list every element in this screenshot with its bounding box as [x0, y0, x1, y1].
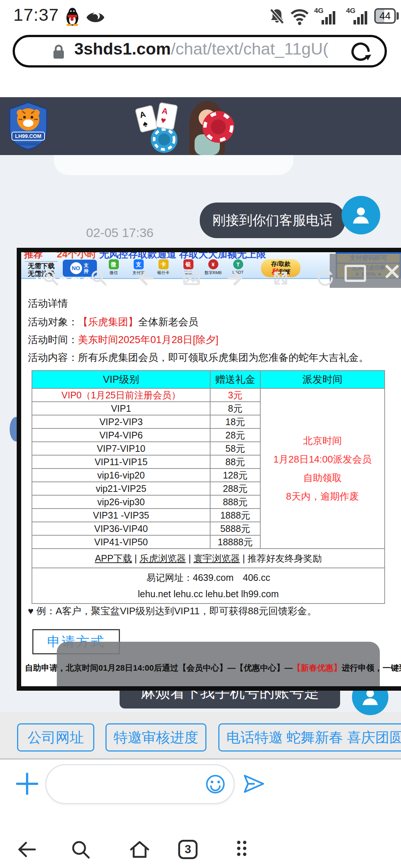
promo-details-title: 活动详情 [28, 297, 68, 310]
eye-icon [85, 10, 105, 25]
red-chip-graphic [201, 110, 235, 144]
previous-bubble-remnant [54, 155, 293, 175]
qq-icon [64, 7, 81, 26]
svg-text:4G: 4G [314, 7, 323, 14]
table-header-row: VIP级别 赠送礼金 派发时间 [32, 371, 385, 388]
image-viewer-overlay[interactable]: 推荐 24个小时 无风控存取款通道 存取大大加额无上限 无需下载无需注册 NO … [17, 248, 401, 691]
home-icon[interactable] [128, 838, 151, 861]
lehu-browser-link[interactable]: 乐虎浏览器 [140, 553, 186, 563]
wechat-pay-icon: 微 [109, 259, 119, 269]
next-arrow-icon[interactable] [225, 268, 246, 289]
url-text[interactable]: 3shds1.com/chat/text/chat_11gU( [74, 39, 345, 59]
bell-muted-icon [268, 7, 286, 25]
easy-url-line-2: lehu.net lehu.cc lehu.bet lh99.com [32, 586, 384, 602]
promo-content-line: 活动内容：所有乐虎集团会员，即可领取乐虎集团为您准备的蛇年大吉礼金。 [28, 351, 369, 364]
lock-icon [51, 43, 66, 60]
promo-tag: 推荐 [24, 252, 43, 260]
tab-count: 3 [185, 843, 191, 856]
prev-arrow-icon[interactable] [135, 268, 156, 289]
outgoing-message-bubble: 刚接到你们客服电话 [200, 203, 345, 238]
promo-time-line: 活动时间：美东时间2025年01月28日[除夕] [28, 333, 218, 346]
clock: 17:37 [13, 4, 59, 25]
table-row: VIP0（1月25日前注册会员）3元 北京时间 1月28日14:00派发会员 自… [32, 388, 385, 402]
battery-icon: 44 [374, 8, 396, 24]
fullscreen-icon[interactable] [270, 268, 291, 289]
rotate-icon[interactable] [315, 268, 336, 289]
signal-4g-icon: 4G [314, 7, 338, 24]
maximize-icon[interactable] [345, 265, 366, 282]
referral-link[interactable]: 推荐好友终身奖励 [248, 553, 322, 563]
self-apply-note: 自助申请，北京时间01月28日14:00后通过【会员中心】—【优惠中心】—【新春… [25, 662, 401, 674]
links-row: APP下载 | 乐虎浏览器 | 寰宇浏览器 | 推荐好友终身奖励 [32, 549, 385, 568]
svg-text:4G: 4G [346, 7, 355, 14]
zoom-in-icon[interactable] [40, 268, 61, 289]
signal-4g-icon: 4G [346, 7, 370, 24]
menu-dots-icon[interactable] [230, 838, 254, 861]
refresh-icon[interactable] [348, 39, 373, 64]
payout-time-cell: 北京时间 1月28日14:00派发会员 自助领取 8天内，逾期作废 [260, 388, 385, 549]
user-avatar [342, 196, 380, 234]
casino-ad-banner[interactable]: LH99.COM 乐虎集团 LH99.COM A ♠ A ♥ [0, 97, 401, 155]
person-icon [350, 204, 372, 226]
battery-percent: 44 [376, 10, 394, 22]
easy-urls-row: 易记网址：4639.com 406.cc lehu.net lehu.cc le… [32, 568, 385, 604]
bank-card-icon: 卡 [159, 259, 169, 269]
payment-method: ¥数字RMB [202, 259, 224, 276]
zoom-out-icon[interactable] [88, 268, 109, 289]
example-line: ♥ 例：A客户，聚宝盆VIP级别达到VIP11，即可获得88元回馈彩金。 [28, 605, 317, 618]
back-icon[interactable] [15, 838, 39, 861]
vip-gift-table: VIP级别 赠送礼金 派发时间 VIP0（1月25日前注册会员）3元 北京时间 … [32, 370, 385, 604]
app-download-link[interactable]: APP下载 [95, 553, 132, 563]
quick-reply-review-progress[interactable]: 特邀审核进度 [105, 723, 206, 752]
digital-rmb-icon: ¥ [208, 259, 218, 269]
phone-screen: 17:37 4G 4G 44 [0, 0, 401, 868]
plus-icon[interactable] [15, 772, 39, 796]
wifi-icon [290, 8, 310, 25]
url-path: /chat/text/chat_11gU( [171, 39, 328, 58]
image-icon[interactable] [181, 268, 202, 289]
quick-reply-company-url[interactable]: 公司网址 [17, 723, 94, 752]
emoji-icon[interactable] [205, 774, 226, 795]
huanyu-browser-link[interactable]: 寰宇浏览器 [193, 553, 240, 563]
easy-url-line-1: 易记网址：4639.com 406.cc [32, 569, 384, 586]
svg-text:LH99.COM: LH99.COM [15, 133, 42, 139]
close-icon[interactable] [384, 263, 400, 280]
message-timestamp: 02-05 17:36 [86, 226, 154, 240]
send-icon[interactable] [242, 772, 266, 796]
search-icon[interactable] [69, 838, 92, 861]
url-domain: 3shds1.com [74, 39, 171, 58]
quick-reply-phone-invite[interactable]: 电话特邀 蛇舞新春 喜庆团圆 [218, 723, 401, 752]
tabs-icon[interactable]: 3 [178, 840, 198, 859]
viewer-window-controls [330, 254, 401, 288]
battery-nub [397, 12, 399, 20]
tiger-logo: LH99.COM [7, 101, 49, 151]
promo-target-line: 活动对象：【乐虎集团】全体新老会员 [28, 315, 198, 329]
